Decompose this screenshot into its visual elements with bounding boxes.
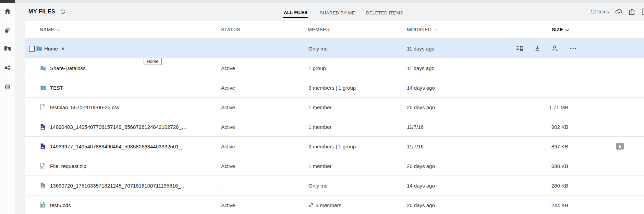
download-icon[interactable] — [534, 45, 541, 52]
share-icon — [4, 64, 11, 71]
row-checkbox[interactable] — [29, 46, 35, 52]
size-cell: 688 KB — [551, 163, 568, 169]
details-icon[interactable] — [516, 45, 523, 52]
file-name[interactable]: TEST — [50, 85, 63, 91]
modified-cell: 11/7/16 — [407, 124, 424, 130]
modified-cell: 14 days ago — [407, 85, 435, 91]
file-name[interactable]: 14890403_1405407706157149_65687261248421… — [50, 124, 187, 130]
member-link[interactable]: 3 members — [316, 202, 341, 208]
file-name[interactable]: testplan_5570-2019-06-25.csv — [50, 104, 120, 110]
file-icon — [40, 104, 46, 110]
header-actions: 12 Items — [591, 3, 644, 21]
sidebar-item-home[interactable] — [4, 8, 11, 15]
size-cell: 1.71 MB — [549, 104, 568, 110]
files-icon — [4, 26, 11, 34]
file-name[interactable]: Home — [44, 46, 58, 52]
name-cell: 14939977_1405407889490464_59358066344633… — [40, 143, 187, 149]
tab-all-files[interactable]: ALL FILES — [283, 3, 308, 21]
refresh-icon[interactable] — [60, 9, 65, 14]
folder-icon — [36, 45, 42, 52]
size-cell: 897 KB — [551, 144, 568, 149]
comment-count-badge[interactable]: 5 — [616, 143, 624, 150]
table-row[interactable]: 14939977_1405407889490464_59358066344633… — [25, 137, 644, 156]
column-header-name[interactable]: NAME — [40, 27, 59, 32]
image-file-icon — [40, 124, 46, 130]
modified-cell: 11/7/16 — [407, 144, 424, 149]
tab-shared-by-me[interactable]: SHARED BY ME — [319, 3, 356, 21]
status-cell: Active — [221, 104, 235, 110]
chevron-down-icon — [566, 28, 569, 31]
size-cell: 280 KB — [551, 183, 568, 189]
member-cell: 1 member — [308, 163, 332, 169]
sidebar-item-net-folders[interactable] — [4, 83, 11, 91]
image-file-icon — [40, 182, 46, 189]
chevron-down-icon — [57, 28, 60, 31]
more-icon[interactable] — [569, 45, 577, 52]
table-row[interactable]: 13690720_1751033571821245_70718161007111… — [25, 176, 644, 195]
status-cell: Active — [221, 124, 235, 130]
sidebar-item-files[interactable] — [4, 26, 11, 34]
table-row[interactable]: test5.ods Active 3 members 20 days ago 2… — [25, 195, 644, 214]
status-cell: -- — [221, 46, 224, 52]
home-icon — [4, 8, 11, 15]
size-cell: 902 KB — [551, 124, 568, 130]
shared-folder-icon — [40, 85, 46, 91]
status-cell: -- — [221, 183, 224, 189]
status-cell: Active — [221, 85, 235, 91]
modified-cell: 20 days ago — [407, 202, 435, 208]
row-hover-actions — [516, 39, 577, 58]
modified-cell: 11 days ago — [407, 65, 435, 71]
column-header-size[interactable]: SIZE — [552, 27, 568, 32]
sidebar-item-shared-with-me[interactable] — [4, 45, 11, 52]
name-cell: Share-Dataloss — [40, 65, 85, 71]
member-cell: 3 members | 1 group — [308, 85, 356, 91]
member-cell: 1 member — [308, 124, 332, 130]
file-table: NAME STATUS MEMBER MODIFIED SIZE Home ★ … — [25, 21, 644, 214]
file-name[interactable]: File_request.zip — [50, 163, 86, 169]
table-row[interactable]: ZIP File_request.zip Active 1 member 20 … — [25, 156, 644, 176]
favorite-star-icon[interactable]: ★ — [61, 45, 65, 52]
table-header: NAME STATUS MEMBER MODIFIED SIZE — [25, 21, 644, 39]
member-cell[interactable]: 3 members — [308, 202, 341, 208]
add-user-icon[interactable] — [551, 45, 559, 52]
link-icon — [308, 203, 314, 208]
member-cell: Only me — [308, 183, 328, 189]
name-cell: testplan_5570-2019-06-25.csv — [40, 104, 120, 110]
column-header-modified[interactable]: MODIFIED — [407, 27, 437, 32]
name-cell: TEST — [40, 85, 63, 91]
member-cell: Only me — [308, 46, 328, 52]
size-cell: 244 KB — [551, 202, 568, 208]
status-cell: Active — [221, 144, 235, 149]
tab-shared-by-me-label: SHARED BY ME — [319, 6, 356, 17]
file-name[interactable]: 14939977_1405407889490464_59358066344633… — [50, 144, 187, 149]
file-name[interactable]: 13690720_1751033571821245_70718161007111… — [50, 183, 186, 189]
name-cell: ZIP File_request.zip — [40, 163, 86, 169]
items-count: 12 Items — [591, 9, 609, 14]
name-cell: Home ★ — [29, 45, 65, 52]
globe-icon — [4, 83, 11, 91]
image-file-icon — [40, 143, 46, 149]
table-row[interactable]: TEST Active 3 members | 1 group 14 days … — [25, 78, 644, 98]
top-strip — [15, 0, 644, 3]
table-row[interactable]: Share-Dataloss Active 1 group 11 days ag… — [25, 58, 644, 78]
tooltip: Home — [144, 58, 162, 65]
table-row-home[interactable]: Home ★ -- Only me 11 days ago — [25, 39, 644, 58]
spreadsheet-file-icon — [40, 202, 46, 208]
table-row[interactable]: testplan_5570-2019-06-25.csv Active 1 me… — [25, 98, 644, 117]
cloud-upload-icon[interactable] — [615, 8, 623, 16]
page-title: MY FILES — [28, 9, 55, 15]
tab-deleted-items-label: DELETED ITEMS — [365, 6, 404, 17]
tab-deleted-items[interactable]: DELETED ITEMS — [365, 3, 404, 21]
table-row[interactable]: 14890403_1405407706157149_65687261248421… — [25, 117, 644, 137]
member-cell: 1 member — [308, 104, 332, 110]
status-cell: Active — [221, 163, 235, 169]
file-name[interactable]: Share-Dataloss — [50, 65, 85, 71]
export-icon[interactable] — [628, 8, 636, 16]
name-cell: test5.ods — [40, 202, 71, 208]
column-header-member: MEMBER — [308, 27, 330, 32]
file-name[interactable]: test5.ods — [50, 202, 71, 208]
sidebar-item-shared-by-me[interactable] — [4, 64, 11, 71]
add-file-icon[interactable] — [641, 8, 644, 16]
filr-my-files-page: MY FILES ALL FILES SHARED BY ME DELETED … — [0, 0, 644, 214]
chevron-down-icon — [434, 28, 437, 31]
